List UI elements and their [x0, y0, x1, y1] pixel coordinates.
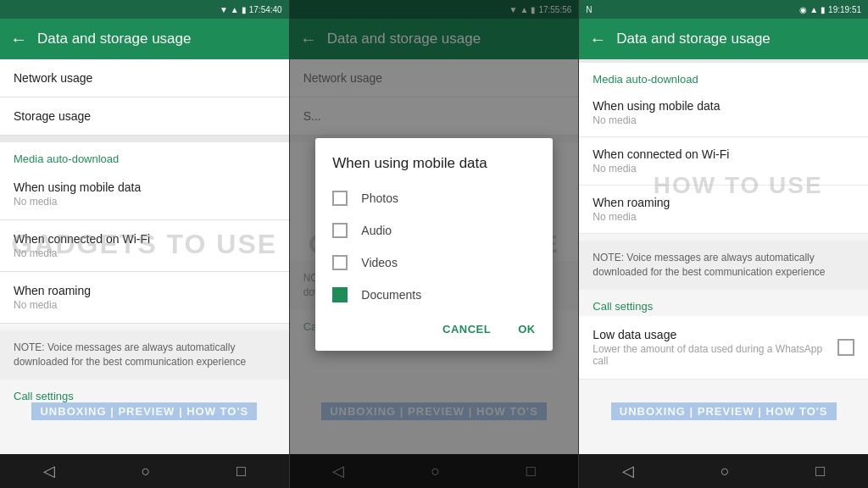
network-usage-item-1[interactable]: Network usage — [0, 59, 289, 97]
note-box-1: NOTE: Voice messages are always automati… — [0, 330, 289, 380]
status-bar-3: N ◉ ▲ ▮ 19:19:51 — [579, 0, 868, 19]
wifi-icon-3: ▲ — [810, 5, 818, 14]
storage-usage-item-1[interactable]: Storage usage — [0, 97, 289, 136]
call-section-header-1: Call settings — [0, 380, 289, 406]
status-icons-3: N ◉ ▲ ▮ 19:19:51 — [586, 5, 861, 14]
documents-label: Documents — [361, 288, 421, 302]
mobile-data-sub-1: No media — [14, 196, 275, 208]
mobile-data-label-1: When using mobile data — [14, 180, 275, 194]
status-bar-1: ▼ ▲ ▮ 17:54:40 — [0, 0, 289, 19]
checkbox-audio[interactable] — [332, 223, 348, 238]
photos-label: Photos — [361, 191, 398, 205]
low-data-row[interactable]: Low data usage Lower the amount of data … — [579, 316, 868, 380]
wifi-sub-1: No media — [14, 247, 275, 259]
signal-icon: ▼ — [220, 5, 228, 14]
low-data-sub: Lower the amount of data used during a W… — [593, 343, 837, 367]
nav-bar-1: ◁ ○ □ — [0, 454, 289, 488]
low-data-label: Low data usage — [593, 328, 837, 341]
nav-home-3[interactable]: ○ — [721, 463, 730, 480]
low-data-text: Low data usage Lower the amount of data … — [593, 328, 837, 367]
ok-button[interactable]: OK — [511, 318, 542, 341]
storage-usage-label-1: Storage usage — [14, 109, 275, 123]
nav-recent-3[interactable]: □ — [815, 463, 825, 480]
wifi-sub-3: No media — [593, 163, 854, 175]
dialog-actions: CANCEL OK — [315, 311, 552, 351]
panel-3: N ◉ ▲ ▮ 19:19:51 ← Data and storage usag… — [578, 0, 868, 488]
videos-label: Videos — [361, 256, 398, 269]
toolbar-3: ← Data and storage usage — [579, 19, 868, 59]
mobile-data-sub-3: No media — [593, 114, 854, 126]
panel-2: ▼ ▲ ▮ 17:55:56 ← Data and storage usage … — [289, 0, 579, 488]
roaming-item-1[interactable]: When roaming No media — [0, 272, 289, 324]
back-button-3[interactable]: ← — [589, 30, 606, 49]
roaming-item-3[interactable]: When roaming No media — [579, 186, 868, 234]
mobile-data-item-3[interactable]: When using mobile data No media — [579, 89, 868, 137]
dialog-box: When using mobile data Photos Audio Vide… — [315, 138, 552, 351]
notif-icon-3: N — [586, 5, 592, 14]
battery-icon-3: ▮ — [821, 5, 826, 14]
status-icons-1: ▼ ▲ ▮ 17:54:40 — [220, 5, 282, 14]
nav-back-3[interactable]: ◁ — [622, 462, 634, 480]
note-text-3: NOTE: Voice messages are always automati… — [593, 252, 825, 278]
time-3: 19:19:51 — [828, 5, 861, 14]
wifi-icon: ▲ — [231, 5, 239, 14]
dialog-option-audio[interactable]: Audio — [315, 214, 552, 247]
roaming-label-3: When roaming — [593, 196, 854, 209]
network-usage-label-1: Network usage — [14, 71, 275, 85]
roaming-label-1: When roaming — [14, 284, 275, 297]
dialog-option-documents[interactable]: Documents — [315, 279, 552, 311]
nav-recent-1[interactable]: □ — [236, 463, 246, 480]
dialog-option-photos[interactable]: Photos — [315, 182, 552, 214]
content-1: Network usage Storage usage Media auto-d… — [0, 59, 289, 454]
mobile-data-label-3: When using mobile data — [593, 99, 854, 113]
wifi-label-1: When connected on Wi-Fi — [14, 232, 275, 246]
low-data-checkbox[interactable] — [837, 339, 854, 356]
toolbar-1: ← Data and storage usage — [0, 19, 289, 59]
nav-bar-3: ◁ ○ □ — [579, 454, 868, 488]
back-button-1[interactable]: ← — [10, 30, 27, 49]
panel-1: ▼ ▲ ▮ 17:54:40 ← Data and storage usage … — [0, 0, 289, 488]
wifi-item-1[interactable]: When connected on Wi-Fi No media — [0, 220, 289, 272]
note-box-3: NOTE: Voice messages are always automati… — [579, 241, 868, 290]
media-section-header-1: Media auto-download — [0, 142, 289, 169]
right-icons-3: ◉ ▲ ▮ 19:19:51 — [799, 5, 861, 14]
battery-icon: ▮ — [242, 5, 247, 14]
mobile-data-item-1[interactable]: When using mobile data No media — [0, 169, 289, 220]
call-section-header-3: Call settings — [579, 290, 868, 316]
cancel-button[interactable]: CANCEL — [436, 318, 498, 341]
note-text-1: NOTE: Voice messages are always automati… — [14, 341, 246, 368]
checkbox-documents[interactable] — [332, 287, 348, 302]
wifi-label-3: When connected on Wi-Fi — [593, 147, 854, 161]
wifi-item-3[interactable]: When connected on Wi-Fi No media — [579, 137, 868, 186]
nav-home-1[interactable]: ○ — [141, 463, 150, 480]
toolbar-title-1: Data and storage usage — [37, 30, 191, 47]
signal-icon-3: ◉ — [799, 5, 807, 14]
audio-label: Audio — [361, 224, 392, 237]
nav-back-1[interactable]: ◁ — [43, 462, 55, 480]
dialog-overlay: When using mobile data Photos Audio Vide… — [290, 0, 579, 488]
dialog-title: When using mobile data — [315, 138, 552, 182]
content-3: Media auto-download When using mobile da… — [579, 59, 868, 454]
roaming-sub-3: No media — [593, 211, 854, 223]
time-1: 17:54:40 — [249, 5, 282, 14]
dialog-option-videos[interactable]: Videos — [315, 247, 552, 279]
roaming-sub-1: No media — [14, 299, 275, 311]
divider-1 — [0, 136, 289, 142]
toolbar-title-3: Data and storage usage — [616, 30, 770, 47]
checkbox-photos[interactable] — [332, 191, 348, 206]
media-section-header-3: Media auto-download — [579, 63, 868, 89]
checkbox-videos[interactable] — [332, 255, 348, 270]
